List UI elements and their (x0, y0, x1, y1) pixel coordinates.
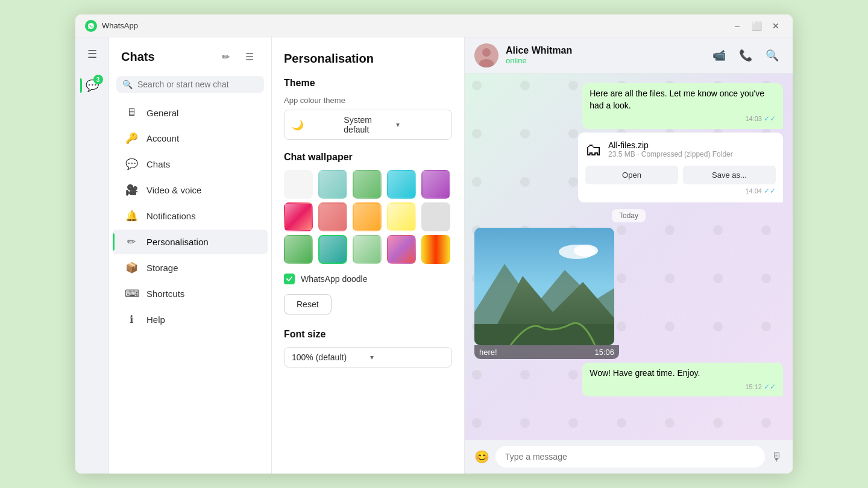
message-input[interactable] (495, 446, 765, 468)
contact-info: Alice Whitman online (506, 45, 701, 65)
sidebar-item-personalisation[interactable]: ✏ Personalisation (113, 230, 268, 254)
chat-messages[interactable]: Here are all the files. Let me know once… (465, 74, 793, 440)
account-icon: 🔑 (125, 132, 138, 145)
sidebar-item-storage[interactable]: 📦 Storage (113, 255, 268, 280)
theme-dropdown-value: System default (344, 115, 392, 134)
wallpaper-swatch-15[interactable] (421, 235, 450, 264)
wallpaper-swatch-13[interactable] (353, 235, 382, 264)
wallpaper-swatch-7[interactable] (318, 202, 347, 231)
font-size-dropdown[interactable]: 100% (default) ▾ (284, 347, 452, 368)
msg-4-time: 15:06 (594, 348, 614, 357)
personalisation-label: Personalisation (146, 237, 209, 247)
svg-point-5 (574, 245, 598, 257)
unread-badge: 3 (93, 75, 103, 84)
voice-call-btn[interactable]: 📞 (735, 45, 756, 66)
general-icon: 🖥 (125, 107, 138, 119)
search-bar: 🔍 (116, 76, 264, 93)
search-input[interactable] (137, 80, 258, 89)
search-icon: 🔍 (122, 80, 133, 89)
main-content: ☰ 💬 3 Chats ✏ ☰ 🔍 🖥 (75, 37, 793, 474)
notifications-label: Notifications (146, 211, 196, 221)
chat-input-bar: 😊 🎙 (465, 440, 793, 474)
wallpaper-swatch-2[interactable] (318, 170, 347, 199)
sidebar-item-help[interactable]: ℹ Help (113, 307, 268, 332)
account-label: Account (146, 133, 179, 143)
contact-name: Alice Whitman (506, 45, 701, 56)
message-2-file: 🗂 All-files.zip 23.5 MB · Compressed (zi… (578, 133, 783, 202)
new-chat-btn[interactable]: ✏ (216, 47, 235, 66)
emoji-icon[interactable]: 😊 (474, 449, 489, 464)
search-chat-icon: 🔍 (766, 49, 779, 62)
wallpaper-swatch-9[interactable] (387, 202, 416, 231)
chats-nav-icon: 💬 (125, 158, 138, 170)
hamburger-icon: ☰ (87, 48, 97, 61)
whatsapp-doodle-checkbox[interactable] (284, 274, 295, 284)
msg-2-time: 14:04 ✓✓ (585, 187, 776, 195)
maximize-btn[interactable]: ⬜ (749, 19, 764, 33)
search-chat-btn[interactable]: 🔍 (761, 45, 783, 66)
moon-icon: 🌙 (292, 119, 340, 131)
reset-btn[interactable]: Reset (284, 294, 332, 314)
active-indicator (80, 78, 82, 93)
wallpaper-swatch-1[interactable] (284, 170, 313, 199)
save-file-btn[interactable]: Save as... (683, 166, 776, 184)
menu-toggle-btn[interactable]: ☰ (80, 42, 104, 66)
wallpaper-swatch-10[interactable] (421, 202, 450, 231)
general-label: General (146, 108, 178, 118)
chats-panel-title: Chats (121, 50, 155, 64)
image-caption-bar: here! 15:06 (474, 345, 619, 359)
svg-point-1 (482, 48, 491, 57)
font-size-value: 100% (default) (292, 352, 366, 362)
file-info: 🗂 All-files.zip 23.5 MB · Compressed (zi… (585, 140, 776, 160)
contact-status: online (506, 56, 701, 65)
chat-area: Alice Whitman online 📹 📞 🔍 (465, 37, 793, 474)
message-4-image: here! 15:06 (474, 228, 619, 359)
filter-btn[interactable]: ☰ (240, 47, 259, 66)
file-meta: 23.5 MB · Compressed (zipped) Folder (608, 150, 733, 158)
video-call-btn[interactable]: 📹 (708, 45, 730, 66)
sidebar-item-notifications[interactable]: 🔔 Notifications (113, 204, 268, 228)
wallpaper-swatch-14[interactable] (387, 235, 416, 264)
theme-dropdown[interactable]: 🌙 System default ▾ (284, 110, 452, 140)
msg-5-text: Wow! Have great time. Enjoy. (590, 368, 700, 378)
app-title: WhatsApp (102, 21, 730, 30)
wallpaper-swatch-11[interactable] (284, 235, 313, 264)
wallpaper-swatch-8[interactable] (353, 202, 382, 231)
open-file-btn[interactable]: Open (585, 166, 678, 184)
video-voice-label: Video & voice (146, 185, 201, 195)
sidebar-item-chats[interactable]: 💬 Chats (113, 152, 268, 177)
minimize-btn[interactable]: – (730, 19, 744, 33)
chevron-down-icon: ▾ (396, 120, 444, 129)
wallpaper-swatch-3[interactable] (353, 170, 382, 199)
file-icon: 🗂 (585, 140, 602, 160)
message-1: Here are all the files. Let me know once… (582, 83, 783, 129)
contact-avatar (474, 43, 498, 67)
personalisation-icon: ✏ (125, 236, 138, 248)
chats-nav-label: Chats (146, 159, 170, 169)
wallpaper-swatch-12[interactable] (318, 235, 347, 264)
font-size-chevron-icon: ▾ (370, 353, 445, 361)
day-divider: Today (474, 210, 783, 221)
window-controls: – ⬜ ✕ (730, 19, 783, 33)
settings-header: Chats ✏ ☰ (109, 37, 271, 71)
msg-2-ticks: ✓✓ (764, 187, 776, 195)
chats-icon-btn[interactable]: 💬 3 (80, 74, 104, 98)
notifications-icon: 🔔 (125, 210, 138, 222)
icon-bar: ☰ 💬 3 (75, 37, 109, 474)
help-label: Help (146, 314, 165, 325)
wallpaper-swatch-5[interactable] (421, 170, 450, 199)
wallpaper-swatch-4[interactable] (387, 170, 416, 199)
storage-label: Storage (146, 263, 178, 273)
file-name: All-files.zip (608, 140, 733, 150)
sidebar-item-account[interactable]: 🔑 Account (113, 126, 268, 151)
microphone-icon[interactable]: 🎙 (771, 450, 783, 464)
sidebar-item-shortcuts[interactable]: ⌨ Shortcuts (113, 281, 268, 306)
msg-1-text: Here are all the files. Let me know once… (590, 89, 764, 110)
whatsapp-doodle-label: WhatsApp doodle (301, 274, 368, 284)
sidebar-item-video-voice[interactable]: 🎥 Video & voice (113, 178, 268, 202)
msg-5-time: 15:12 ✓✓ (590, 382, 776, 392)
sidebar-item-general[interactable]: 🖥 General (113, 101, 268, 125)
video-voice-icon: 🎥 (125, 184, 138, 196)
wallpaper-swatch-6[interactable] (284, 202, 313, 231)
close-btn[interactable]: ✕ (769, 19, 783, 33)
